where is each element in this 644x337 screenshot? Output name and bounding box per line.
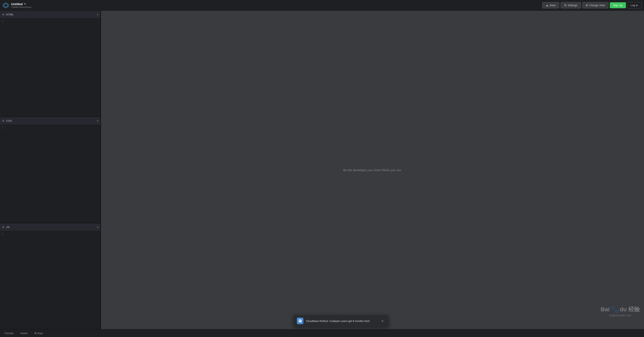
header: Untitled ✎ Captain Anonymous ☁ Save ⚙ Se… (0, 0, 644, 11)
svg-rect-10 (299, 321, 300, 322)
js-header-left: ⚙ JS (2, 226, 10, 229)
signup-label: Sign Up (613, 4, 622, 7)
css-gear-icon[interactable]: ⚙ (2, 119, 4, 122)
title-text: Untitled (11, 2, 23, 6)
toast-icon (297, 318, 304, 324)
html-gear-icon[interactable]: ⚙ (2, 13, 4, 16)
baidu-sub: jingyan.baidu.com (600, 314, 640, 317)
preview-tagline: Be the developer your linter thinks you … (343, 168, 402, 172)
css-header-left: ⚙ CSS (2, 119, 12, 122)
toast-close-button[interactable]: ✕ (380, 319, 385, 324)
toast-notification: Cloudbees Rollout: Codepen users get 6 m… (294, 315, 388, 327)
change-view-button[interactable]: ⊞ Change View (582, 2, 608, 8)
js-editor-body[interactable]: 1 (0, 231, 100, 329)
settings-gear-icon: ⚙ (564, 4, 566, 7)
svg-marker-1 (4, 4, 8, 7)
signup-button[interactable]: Sign Up (610, 2, 626, 8)
header-actions: ☁ Save ⚙ Settings ⊞ Change View Sign Up … (542, 2, 642, 8)
assets-tab[interactable]: Assets (17, 331, 30, 336)
baidu-text2: du 经验 (620, 306, 640, 313)
page-title: Untitled ✎ (11, 2, 31, 6)
baidu-paw-icon: 🐾 (610, 305, 619, 314)
change-view-icon: ⊞ (586, 4, 588, 7)
edit-icon[interactable]: ✎ (24, 3, 26, 6)
js-label: JS (6, 226, 10, 229)
title-group: Untitled ✎ Captain Anonymous (11, 2, 31, 8)
html-editor-body[interactable]: 1 (0, 18, 100, 116)
html-editor-header: ⚙ HTML ▾ (0, 11, 100, 18)
css-label: CSS (6, 120, 12, 122)
preview-panel: Be the developer your linter thinks you … (101, 11, 644, 329)
user-subtitle: Captain Anonymous (11, 6, 31, 8)
css-line-1: 1 (2, 126, 3, 129)
bottom-bar: Console Assets ⌘ Keys (0, 329, 644, 337)
codepen-logo-icon (2, 2, 9, 9)
html-line-1: 1 (2, 20, 3, 23)
toast-message: Cloudbees Rollout: Codepen users get 6 m… (306, 320, 378, 322)
svg-rect-9 (299, 320, 301, 321)
keys-tab[interactable]: ⌘ Keys (31, 331, 46, 336)
logo-area: Untitled ✎ Captain Anonymous (2, 2, 31, 9)
svg-rect-8 (299, 320, 302, 322)
console-tab-label: Console (4, 332, 14, 335)
baidu-watermark: Bai 🐾 du 经验 jingyan.baidu.com (600, 305, 640, 317)
js-chevron-icon[interactable]: ▾ (97, 226, 98, 229)
js-editor-header: ⚙ JS ▾ (0, 223, 100, 231)
console-tab[interactable]: Console (2, 331, 16, 336)
save-button[interactable]: ☁ Save (542, 2, 559, 8)
save-label: Save (550, 4, 556, 7)
baidu-text1: Bai (600, 306, 610, 313)
html-header-left: ⚙ HTML (2, 13, 14, 16)
js-editor-section: ⚙ JS ▾ 1 (0, 223, 100, 329)
css-chevron-icon[interactable]: ▾ (97, 120, 98, 122)
css-editor-section: ⚙ CSS ▾ 1 (0, 117, 100, 223)
save-cloud-icon: ☁ (546, 4, 548, 7)
html-label: HTML (6, 13, 14, 16)
html-chevron-icon[interactable]: ▾ (97, 13, 98, 16)
login-label: Log In (630, 4, 638, 7)
css-editor-body[interactable]: 1 (0, 125, 100, 223)
html-editor-section: ⚙ HTML ▾ 1 (0, 11, 100, 117)
js-gear-icon[interactable]: ⚙ (2, 226, 4, 229)
keys-tab-label: ⌘ Keys (34, 332, 43, 335)
settings-button[interactable]: ⚙ Settings (560, 2, 581, 8)
js-line-1: 1 (2, 232, 3, 236)
change-view-label: Change View (589, 4, 605, 7)
css-editor-header: ⚙ CSS ▾ (0, 117, 100, 125)
login-button[interactable]: Log In (627, 2, 642, 8)
left-panel: ⚙ HTML ▾ 1 ⚙ CSS ▾ 1 (0, 11, 101, 329)
main-content: ⚙ HTML ▾ 1 ⚙ CSS ▾ 1 (0, 11, 644, 329)
assets-tab-label: Assets (20, 332, 28, 335)
settings-label: Settings (568, 4, 578, 7)
